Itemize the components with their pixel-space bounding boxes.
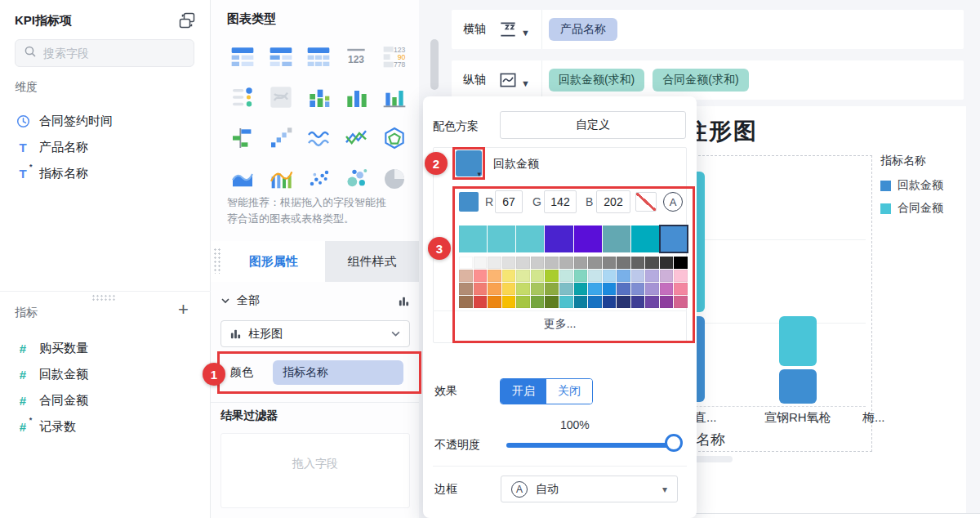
measure-item-contract-amount[interactable]: # 合同金额 xyxy=(0,387,211,413)
panel-drag-handle[interactable] xyxy=(213,248,221,274)
b-input[interactable]: 202 xyxy=(596,190,630,213)
tab-component-style[interactable]: 组件样式 xyxy=(325,241,419,282)
palette-swatch[interactable] xyxy=(474,283,488,295)
palette-swatch[interactable] xyxy=(617,257,630,269)
palette-swatch[interactable] xyxy=(574,296,588,308)
vertical-scrollbar[interactable] xyxy=(430,39,439,90)
palette-swatch[interactable] xyxy=(516,270,530,282)
chart-type-cross-table-icon[interactable] xyxy=(268,43,294,69)
palette-swatch[interactable] xyxy=(603,257,617,269)
palette-swatch[interactable] xyxy=(588,283,602,295)
palette-swatch[interactable] xyxy=(617,283,630,295)
palette-swatch[interactable] xyxy=(631,270,645,282)
palette-swatch[interactable] xyxy=(674,296,688,308)
opacity-slider-track[interactable] xyxy=(506,443,678,448)
palette-swatch[interactable] xyxy=(488,270,501,282)
palette-swatch[interactable] xyxy=(488,226,515,252)
r-input[interactable]: 67 xyxy=(495,190,523,213)
palette-swatch[interactable] xyxy=(545,283,559,295)
palette-swatch[interactable] xyxy=(459,270,473,282)
palette-swatch[interactable] xyxy=(645,270,659,282)
mini-column-chart-icon[interactable] xyxy=(398,295,410,307)
palette-swatch[interactable] xyxy=(674,283,688,295)
palette-swatch[interactable] xyxy=(516,226,544,252)
add-measure-button[interactable]: + xyxy=(178,301,189,319)
palette-swatch[interactable] xyxy=(631,226,659,252)
palette-swatch[interactable] xyxy=(631,296,645,308)
measure-item-payment-amount[interactable]: # 回款金额 xyxy=(0,361,211,387)
palette-swatch[interactable] xyxy=(660,283,674,295)
g-input[interactable]: 142 xyxy=(544,190,577,213)
palette-swatch[interactable] xyxy=(617,270,630,282)
series-color-swatch[interactable]: ▾ xyxy=(456,150,482,176)
palette-swatch[interactable] xyxy=(545,296,559,308)
chart-type-select[interactable]: 柱形图 xyxy=(220,320,410,347)
y-axis-type-icon[interactable] xyxy=(497,69,519,91)
palette-swatch[interactable] xyxy=(545,257,559,269)
palette-swatch[interactable] xyxy=(531,270,545,282)
chart-type-bar-icon[interactable] xyxy=(229,125,256,151)
palette-swatch[interactable] xyxy=(559,283,573,295)
chart-type-stacked-column-icon[interactable] xyxy=(305,84,332,110)
y-field-pill-0[interactable]: 回款金额(求和) xyxy=(549,69,644,92)
palette-swatch[interactable] xyxy=(474,257,488,269)
palette-swatch[interactable] xyxy=(516,296,530,308)
tab-graphic-properties[interactable]: 图形属性 xyxy=(222,241,325,282)
palette-swatch[interactable] xyxy=(516,257,530,269)
palette-swatch[interactable] xyxy=(459,283,473,295)
palette-swatch[interactable] xyxy=(574,283,588,295)
palette-swatch[interactable] xyxy=(603,270,617,282)
palette-swatch[interactable] xyxy=(531,283,545,295)
chart-type-scatter-icon[interactable] xyxy=(305,166,332,192)
chart-type-kpi-flop-icon[interactable]: 12390778 xyxy=(381,43,408,69)
more-colors-button[interactable]: 更多... xyxy=(423,317,697,332)
chart-type-waterfall-icon[interactable] xyxy=(268,125,294,151)
chart-type-line-area-icon[interactable] xyxy=(343,125,369,151)
all-section-row[interactable]: 全部 xyxy=(220,290,410,311)
color-scheme-select[interactable]: 自定义 xyxy=(500,111,686,139)
chart-type-radar-icon[interactable] xyxy=(381,125,408,151)
palette-swatch[interactable] xyxy=(645,296,659,308)
palette-swatch[interactable] xyxy=(488,296,501,308)
palette-swatch[interactable] xyxy=(488,283,501,295)
chart-type-group-table-icon[interactable] xyxy=(229,43,256,69)
palette-swatch[interactable] xyxy=(459,226,487,252)
palette-swatch[interactable] xyxy=(588,257,602,269)
dimension-item-product-name[interactable]: T 产品名称 xyxy=(0,134,211,160)
palette-swatch[interactable] xyxy=(603,226,630,252)
measure-item-record-count[interactable]: #* 记录数 xyxy=(0,413,211,440)
switch-dataset-icon[interactable] xyxy=(178,11,196,29)
bar-回款金额[interactable] xyxy=(779,369,817,404)
palette-swatch[interactable] xyxy=(545,226,572,252)
palette-swatch[interactable] xyxy=(459,257,473,269)
chart-type-detail-table-icon[interactable] xyxy=(305,43,332,69)
palette-swatch[interactable] xyxy=(559,270,573,282)
palette-swatch[interactable] xyxy=(631,257,645,269)
chart-type-pie-icon[interactable] xyxy=(381,166,408,192)
field-search-box[interactable] xyxy=(15,39,194,67)
opacity-slider-thumb[interactable] xyxy=(665,434,683,452)
palette-swatch[interactable] xyxy=(559,296,573,308)
palette-swatch[interactable] xyxy=(502,296,516,308)
chart-type-combo-icon[interactable] xyxy=(268,166,294,192)
measure-item-purchase-qty[interactable]: # 购买数量 xyxy=(0,335,211,361)
palette-swatch[interactable] xyxy=(574,257,588,269)
chart-type-rich-text-icon[interactable] xyxy=(229,84,256,110)
legend-item-回款金额[interactable]: 回款金额 xyxy=(880,178,943,193)
palette-swatch[interactable] xyxy=(674,270,688,282)
chart-type-area-icon[interactable] xyxy=(229,166,256,192)
palette-swatch[interactable] xyxy=(674,257,688,269)
palette-swatch[interactable] xyxy=(574,226,602,252)
palette-swatch[interactable] xyxy=(574,270,588,282)
search-input[interactable] xyxy=(43,47,174,60)
palette-swatch[interactable] xyxy=(474,270,488,282)
palette-swatch[interactable] xyxy=(660,270,674,282)
chart-type-line-icon[interactable] xyxy=(305,125,332,151)
effect-on-button[interactable]: 开启 xyxy=(501,379,546,404)
x-field-pill-product-name[interactable]: 产品名称 xyxy=(549,18,617,41)
palette-swatch[interactable] xyxy=(531,296,545,308)
palette-swatch[interactable] xyxy=(488,257,501,269)
palette-swatch[interactable] xyxy=(645,257,659,269)
palette-swatch[interactable] xyxy=(474,296,488,308)
bar-合同金额[interactable] xyxy=(779,316,817,366)
